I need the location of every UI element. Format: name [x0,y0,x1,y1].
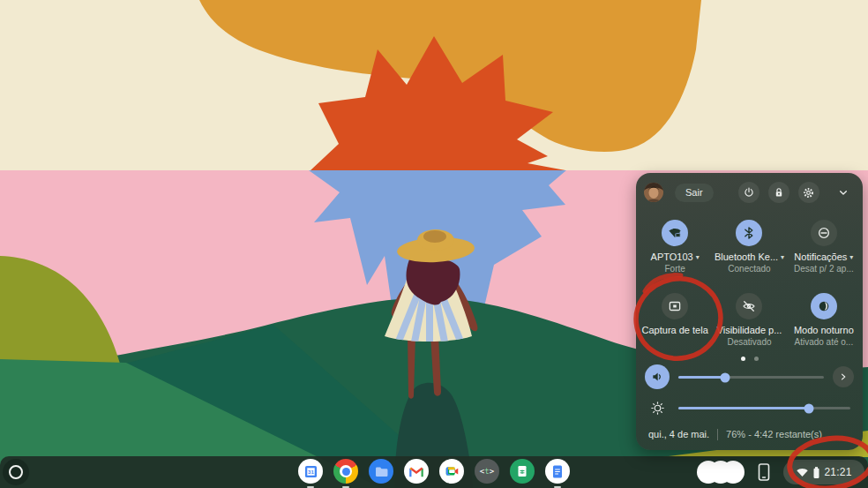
tile-network-sublabel: Forte [664,264,685,274]
collapse-button[interactable] [833,182,854,203]
quick-settings-header: Sair [644,181,854,204]
calendar-icon: 31 [304,465,318,478]
lock-button[interactable] [768,182,789,203]
brightness-slider-thumb[interactable] [804,403,814,413]
page-indicator[interactable] [636,357,863,361]
volume-row [645,364,854,389]
tile-bluetooth-sublabel: Conectado [728,264,770,274]
bluetooth-icon [741,225,757,241]
tote-holding-space[interactable] [697,461,745,484]
clock-label: 21:21 [824,466,851,478]
tile-visibility-label: Visibilidade p... [717,325,782,336]
sheets-icon [517,465,528,477]
tile-notifications-label: Notificações [794,252,847,263]
tile-visibility-sublabel: Desativado [727,337,771,348]
tote-thumbnail[interactable] [722,461,745,484]
chrome-icon [333,459,358,484]
do-not-disturb-icon [816,225,832,241]
app-text-editor[interactable]: <t> [475,459,499,484]
app-google-chrome[interactable] [333,459,358,484]
night-mode-icon [816,298,832,314]
volume-slider[interactable] [678,364,824,389]
dropdown-arrow-icon: ▾ [781,252,784,263]
tile-bluetooth[interactable]: Bluetooth Ke...▾ Conectado [712,220,786,274]
tile-notifications-sublabel: Desat p/ 2 ap... [794,264,854,274]
status-tray[interactable]: 21:21 [783,460,864,484]
settings-button[interactable] [798,182,819,203]
chromeos-desktop: Sair [0,0,868,488]
text-editor-icon: <t> [475,459,499,484]
brightness-row [645,395,854,420]
shelf-right-cluster: 21:21 [697,459,864,485]
app-google-sheets[interactable] [510,459,535,484]
audio-settings-button[interactable] [833,366,854,387]
app-files[interactable] [369,459,393,484]
visibility-off-icon [741,298,757,314]
volume-slider-thumb[interactable] [720,372,730,382]
app-google-meet[interactable] [439,459,464,484]
tile-notifications[interactable]: Notificações▾ Desat p/ 2 ap... [787,220,861,274]
app-gmail[interactable] [404,459,429,484]
page-dot[interactable] [754,357,759,361]
dropdown-arrow-icon: ▾ [849,252,853,263]
feature-tiles: APTO103▾ Forte Bluetooth Ke...▾ Conectad… [638,220,861,348]
date-label[interactable]: qui., 4 de mai. [648,429,709,439]
power-button[interactable] [738,182,760,203]
phone-icon [758,463,770,481]
quick-settings-footer: qui., 4 de mai. 76% - 4:42 restante(s) [648,424,854,445]
docs-icon [552,465,563,478]
sign-out-button[interactable]: Sair [675,184,714,202]
power-icon [743,186,755,199]
tile-night-mode-label: Modo noturno [794,325,854,336]
chevron-right-icon [837,371,849,383]
folder-icon [375,466,388,477]
battery-status-label[interactable]: 76% - 4:42 restante(s) [726,429,822,439]
footer-divider [717,429,718,440]
lock-icon [773,186,785,199]
app-google-calendar[interactable]: 31 [298,459,323,484]
settings-gear-icon [802,186,815,199]
tile-visibility[interactable]: Visibilidade p... Desativado [712,293,786,348]
brightness-icon [650,401,665,416]
wifi-icon [796,467,809,477]
tile-network-label: APTO103 [651,252,693,263]
dropdown-arrow-icon: ▾ [696,252,700,263]
svg-text:31: 31 [308,469,314,475]
tile-screen-capture[interactable]: Captura de tela [638,293,712,348]
tile-night-mode-sublabel: Ativado até o... [794,337,853,348]
quick-settings-panel: Sair [636,173,863,450]
launcher-icon [9,465,23,479]
speaker-icon [650,370,664,384]
tile-screen-capture-label: Captura de tela [642,325,708,336]
avatar[interactable] [644,183,663,202]
app-google-docs[interactable] [545,459,570,484]
launcher-button[interactable] [3,459,29,485]
shelf: 31 [0,456,868,488]
shelf-apps: 31 [298,459,570,484]
chevron-down-icon [836,185,850,199]
page-dot-active[interactable] [741,357,745,361]
wifi-lock-icon [667,225,683,241]
tile-night-mode[interactable]: Modo noturno Ativado até o... [787,293,861,348]
tile-network[interactable]: APTO103▾ Forte [638,220,712,274]
phone-hub-button[interactable] [752,459,776,485]
screen-capture-icon [667,298,683,314]
volume-mute-button[interactable] [645,364,670,389]
gmail-icon [409,466,423,477]
tile-bluetooth-label: Bluetooth Ke... [715,252,778,263]
meet-icon [445,466,459,477]
brightness-slider[interactable] [678,395,850,420]
battery-icon [812,466,820,479]
